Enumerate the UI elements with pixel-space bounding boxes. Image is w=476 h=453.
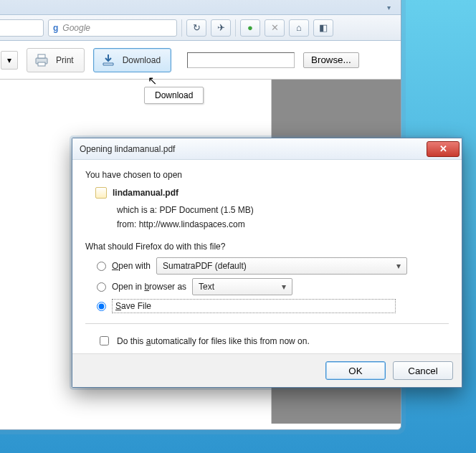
pdf-zoom-dropdown[interactable]: ▾ [1,51,18,70]
dialog-question: What should Firefox do with this file? [85,242,449,252]
pdf-file-icon [95,187,107,199]
open-in-browser-mode-value: Text [199,282,214,292]
divider [85,323,449,324]
file-type-value: PDF Document (1.5 MB) [159,205,253,215]
send-button[interactable]: ✈ [211,19,231,37]
do-this-automatically-label: Do this automatically for files like thi… [117,336,310,346]
browser-toolbar: w.lindaspa ☆ ▾ g Google ↻ ✈ ● ✕ ⌂ ◧ [0,15,401,41]
dialog-file-name: lindamanual.pdf [113,188,178,198]
reload-icon: ↻ [193,22,201,33]
download-button[interactable]: Download [93,48,171,72]
open-in-browser-radio[interactable] [97,282,106,292]
sidebar-icon: ◧ [319,22,328,33]
svg-rect-1 [38,54,45,58]
open-with-label: Open with [112,261,151,271]
toolbar-separator [181,19,182,37]
search-placeholder: Google [62,23,90,33]
plane-icon: ✈ [217,22,225,33]
mouse-cursor-icon: ↖ [148,74,157,87]
toolbar-overflow-chevron-icon[interactable]: ▾ [387,4,391,11]
dialog-heading: You have chosen to open [85,170,449,180]
open-with-app-select[interactable]: SumatraPDF (default) [156,257,407,275]
save-file-label: Save File [112,299,396,313]
open-in-browser-mode-select[interactable]: Text [192,278,292,295]
dialog-title: Opening lindamanual.pdf [80,144,175,154]
pdf-viewer-toolbar: ▾ Print Download Browse... [0,41,401,80]
browse-button[interactable]: Browse... [303,52,359,68]
reload-button[interactable]: ↻ [186,19,206,37]
ok-button[interactable]: OK [325,361,386,380]
open-with-radio[interactable] [97,262,106,271]
download-tooltip: Download [144,87,204,104]
search-engine-icon: g [53,23,58,33]
open-in-browser-label: Open in browser as [112,282,186,292]
open-with-app-value: SumatraPDF (default) [163,261,247,271]
home-button[interactable]: ⌂ [289,19,309,37]
dialog-close-button[interactable]: ✕ [427,141,460,157]
stop-button[interactable]: ✕ [265,19,285,37]
toolbar-separator [235,19,236,37]
extension-button[interactable]: ● [240,19,260,37]
printer-icon [33,52,50,68]
download-icon [100,52,117,68]
home-icon: ⌂ [296,22,302,33]
svg-rect-2 [38,62,45,66]
save-file-radio[interactable] [97,302,106,311]
address-bar[interactable]: w.lindaspa ☆ ▾ [0,19,44,37]
from-value: http://www.lindaspaces.com [139,219,245,229]
dialog-button-bar: OK Cancel [72,353,462,387]
file-path-input[interactable] [187,52,295,68]
search-bar[interactable]: g Google [48,19,177,37]
stop-icon: ✕ [271,22,279,33]
green-dot-icon: ● [247,22,253,33]
print-button[interactable]: Print [27,48,85,72]
print-label: Print [56,55,74,65]
sidebar-button[interactable]: ◧ [313,19,333,37]
download-label: Download [123,55,161,65]
do-this-automatically-checkbox[interactable] [100,336,109,345]
which-is-label: which is a: [117,205,157,215]
open-file-dialog: Opening lindamanual.pdf ✕ You have chose… [72,138,462,388]
from-label: from: [117,219,136,229]
browser-titlebar: ─ ☐ ✕ ▾ [0,0,401,15]
cancel-button[interactable]: Cancel [393,361,453,380]
dialog-titlebar: Opening lindamanual.pdf ✕ [72,138,462,160]
